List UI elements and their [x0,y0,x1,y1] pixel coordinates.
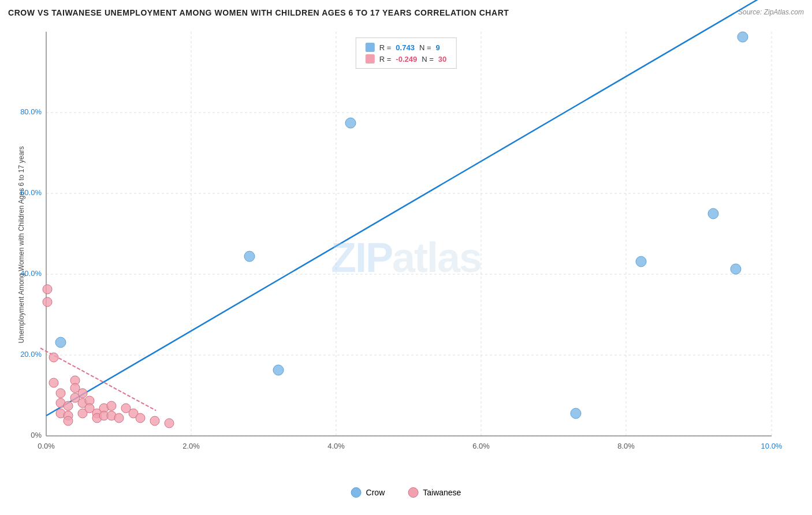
crow-n-value: 9 [435,43,439,52]
crow-point [345,118,356,128]
taiwanese-point [49,378,58,387]
chart-area: 0% 20.0% 40.0% 60.0% 80.0% 0.0% 2.0% 4.0… [46,32,772,457]
taiwanese-point [64,401,73,410]
legend-row-crow: R = 0.743 N = 9 [366,43,447,52]
crow-point [737,32,748,42]
crow-point [273,365,284,375]
bottom-legend-taiwanese: Taiwanese [408,487,461,498]
crow-point [708,208,718,219]
taiwanese-r-label: R = [379,55,392,64]
main-chart-svg: 0% 20.0% 40.0% 60.0% 80.0% 0.0% 2.0% 4.0… [46,32,772,457]
taiwanese-bottom-swatch [408,487,418,498]
crow-bottom-swatch [351,487,362,498]
chart-title: CROW VS TAIWANESE UNEMPLOYMENT AMONG WOM… [8,8,509,17]
taiwanese-swatch [366,54,375,64]
taiwanese-legend-label: Taiwanese [423,488,461,497]
svg-text:8.0%: 8.0% [617,442,635,450]
svg-text:80.0%: 80.0% [20,107,42,116]
taiwanese-point [107,401,116,410]
crow-point [244,251,255,262]
bottom-legend: Crow Taiwanese [351,487,461,498]
taiwanese-point [49,353,58,362]
taiwanese-point [165,419,174,428]
taiwanese-point [64,416,73,426]
svg-text:20.0%: 20.0% [20,350,42,359]
svg-text:0.0%: 0.0% [38,442,55,450]
taiwanese-point [43,285,52,294]
svg-text:40.0%: 40.0% [20,269,42,278]
taiwanese-point [150,416,159,426]
crow-n-label: N = [419,43,431,52]
crow-point [731,264,741,274]
svg-text:4.0%: 4.0% [327,442,345,450]
crow-r-label: R = [379,43,392,52]
y-axis-label: Unemployment Among Women with Children A… [17,146,27,343]
taiwanese-point [56,389,65,398]
svg-text:6.0%: 6.0% [472,442,490,450]
crow-legend-label: Crow [366,488,385,497]
crow-point [636,256,646,267]
svg-text:0%: 0% [31,431,42,439]
bottom-legend-crow: Crow [351,487,385,498]
crow-point [55,337,66,348]
taiwanese-n-label: N = [422,55,434,64]
legend-row-taiwanese: R = -0.249 N = 30 [366,54,447,64]
crow-r-value: 0.743 [396,43,415,52]
taiwanese-point [78,389,87,398]
source-label: Source: ZipAtlas.com [738,8,804,16]
taiwanese-n-value: 30 [438,55,446,64]
taiwanese-point [136,413,145,423]
taiwanese-point [43,297,52,307]
svg-text:10.0%: 10.0% [761,442,783,450]
taiwanese-point [114,413,124,423]
legend-box: R = 0.743 N = 9 R = -0.249 N = 30 [356,38,457,69]
crow-swatch [366,43,375,52]
y-axis-label-wrap: Unemployment Among Women with Children A… [0,32,43,457]
svg-text:2.0%: 2.0% [182,442,200,450]
taiwanese-r-value: -0.249 [396,55,417,64]
crow-point [571,408,581,419]
chart-container: CROW VS TAIWANESE UNEMPLOYMENT AMONG WOM… [0,0,812,515]
svg-text:60.0%: 60.0% [20,188,42,197]
